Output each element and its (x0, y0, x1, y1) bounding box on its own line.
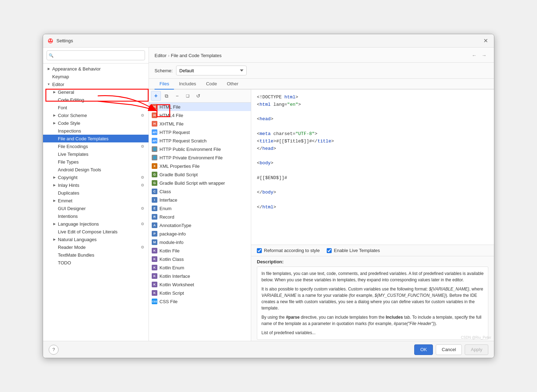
code-part: > (273, 139, 276, 144)
sidebar-item-live-edit[interactable]: Live Edit of Compose Literals (43, 228, 149, 235)
tab-other[interactable]: Other (222, 79, 243, 90)
file-item-kotlin-enum[interactable]: KKotlin Enum (149, 263, 251, 272)
file-name-kotlin-interface: Kotlin Interface (159, 274, 190, 279)
code-part: > (295, 94, 298, 100)
help-button[interactable]: ? (49, 345, 59, 355)
sidebar-item-color-scheme[interactable]: ▶Color Scheme⚙ (43, 111, 149, 119)
live-templates-checkbox[interactable] (327, 248, 332, 253)
app-icon (47, 38, 54, 44)
code-part: < (257, 139, 260, 144)
sidebar-label-gui-designer: GUI Designer (58, 206, 86, 211)
sidebar-item-emmet[interactable]: ▶Emmet (43, 197, 149, 204)
sidebar-item-live-templates[interactable]: Live Templates (43, 150, 149, 158)
file-item-http-public[interactable]: 🌐HTTP Public Environment File (149, 145, 251, 153)
sidebar-item-inspections[interactable]: Inspections (43, 127, 149, 135)
sidebar-item-intentions[interactable]: Intentions (43, 212, 149, 220)
gear-icon-gui-designer: ⚙ (141, 206, 146, 211)
sidebar-label-copyright: Copyright (58, 175, 78, 180)
file-item-html-file[interactable]: HHTML File (149, 103, 251, 111)
copy-template-button[interactable]: ⧉ (162, 91, 171, 101)
reset-template-button[interactable]: ↺ (193, 91, 203, 101)
reformat-option[interactable]: Reformat according to style (257, 248, 320, 253)
file-item-gradle-build[interactable]: GGradle Build Script (149, 170, 251, 179)
sidebar-item-todo[interactable]: TODO (43, 259, 149, 267)
sidebar-item-code-editing[interactable]: Code Editing (43, 96, 149, 104)
file-item-module-info[interactable]: Mmodule-info (149, 238, 251, 246)
code-blank (257, 123, 488, 130)
sidebar-item-font[interactable]: Font (43, 104, 149, 111)
code-line-7: #[[$END$]]# (257, 174, 488, 182)
file-item-enum[interactable]: EEnum (149, 204, 251, 213)
sidebar-item-language-injections[interactable]: ▶Language Injections⚙ (43, 220, 149, 228)
parse-example: #parse("File Header") (394, 321, 434, 326)
file-item-class[interactable]: CClass (149, 187, 251, 196)
sidebar-item-editor[interactable]: ▼Editor (43, 80, 149, 88)
sidebar-item-gui-designer[interactable]: GUI Designer⚙ (43, 204, 149, 212)
cancel-button[interactable]: Cancel (436, 344, 462, 355)
tab-includes[interactable]: Includes (174, 79, 201, 90)
file-item-http-private[interactable]: 🌐HTTP Private Environment File (149, 153, 251, 162)
file-item-record[interactable]: RRecord (149, 213, 251, 221)
forward-button[interactable]: → (480, 51, 488, 60)
sidebar-label-live-edit: Live Edit of Compose Literals (58, 229, 117, 234)
file-name-xhtml-file: XHTML File (159, 121, 183, 127)
ok-button[interactable]: OK (414, 344, 433, 355)
file-item-kotlin-interface[interactable]: KKotlin Interface (149, 272, 251, 280)
back-button[interactable]: ← (470, 51, 478, 60)
file-item-http-request[interactable]: APIHTTP Request (149, 128, 251, 136)
file-item-gradle-wrapper[interactable]: GGradle Build Script with wrapper (149, 179, 251, 187)
remove-template-button[interactable]: − (172, 91, 182, 101)
sidebar-item-file-and-code-templates[interactable]: File and Code Templates (43, 135, 149, 142)
sidebar-item-textmate[interactable]: TextMate Bundles (43, 251, 149, 259)
description-box: In file templates, you can use text, cod… (257, 267, 488, 340)
duplicate-template-button[interactable]: ❑ (183, 91, 193, 101)
file-item-html4-file[interactable]: HHTML4 File (149, 111, 251, 120)
reformat-checkbox[interactable] (257, 248, 262, 253)
file-item-annotation-type[interactable]: AAnnotationType (149, 221, 251, 229)
sidebar-label-file-and-code-templates: File and Code Templates (58, 136, 109, 141)
file-item-kotlin-file[interactable]: KKotlin File (149, 246, 251, 255)
sidebar-item-file-encodings[interactable]: File Encodings⚙ (43, 142, 149, 150)
tab-code[interactable]: Code (201, 79, 222, 90)
sidebar-item-general[interactable]: ▶General (43, 88, 149, 96)
scheme-select[interactable]: Default Project (176, 66, 247, 75)
code-part: html (263, 204, 273, 210)
file-icon-interface: I (152, 197, 157, 203)
sidebar-item-reader-mode[interactable]: Reader Mode⚙ (43, 243, 149, 251)
sidebar-item-keymap[interactable]: Keymap (43, 73, 149, 80)
file-item-xml-props[interactable]: XXML Properties File (149, 162, 251, 170)
sidebar-item-code-style[interactable]: ▶Code Style (43, 119, 149, 127)
sidebar-item-natural-languages[interactable]: ▶Natural Languages (43, 235, 149, 243)
search-input[interactable] (47, 50, 145, 60)
gear-icon-color-scheme: ⚙ (141, 113, 146, 118)
tree-arrow-editor: ▼ (46, 81, 52, 87)
gear-icon-language-injections: ⚙ (141, 221, 146, 226)
file-item-package-info[interactable]: Ppackage-info (149, 229, 251, 238)
tab-files[interactable]: Files (155, 79, 174, 90)
live-templates-option[interactable]: Enable Live Templates (327, 248, 380, 253)
sidebar-item-inlay-hints[interactable]: ▶Inlay Hints⚙ (43, 181, 149, 189)
file-item-kotlin-worksheet[interactable]: KKotlin Worksheet (149, 280, 251, 289)
sidebar-item-file-types[interactable]: File Types (43, 158, 149, 166)
file-item-interface[interactable]: IInterface (149, 196, 251, 204)
file-item-kotlin-script[interactable]: KKotlin Script (149, 289, 251, 297)
sidebar-label-natural-languages: Natural Languages (58, 237, 97, 242)
file-item-css-file[interactable]: CSSCSS File (149, 297, 251, 306)
file-item-http-scratch[interactable]: APIHTTP Request Scratch (149, 136, 251, 145)
sidebar-item-duplicates[interactable]: Duplicates (43, 189, 149, 197)
tree-arrow-general: ▶ (52, 89, 57, 95)
tree-arrow-live-edit (52, 229, 57, 234)
sidebar-item-copyright[interactable]: ▶Copyright⚙ (43, 173, 149, 181)
close-button[interactable]: ✕ (481, 37, 490, 45)
file-list-scroll[interactable]: HHTML FileHHTML4 FileHXHTML FileAPIHTTP … (149, 103, 251, 341)
file-name-http-public: HTTP Public Environment File (159, 147, 221, 152)
code-part: > (298, 102, 301, 107)
file-item-xhtml-file[interactable]: HXHTML File (149, 120, 251, 128)
file-item-kotlin-class[interactable]: KKotlin Class (149, 255, 251, 263)
code-editor[interactable]: <!DOCTYPE html><html lang="en"> <head> <… (251, 90, 494, 245)
code-part: body (263, 190, 273, 195)
sidebar-item-android-design[interactable]: Android Design Tools (43, 166, 149, 173)
file-name-http-private: HTTP Private Environment File (159, 155, 223, 160)
sidebar-item-appearance[interactable]: ▶Appearance & Behavior (43, 65, 149, 73)
add-template-button[interactable]: + (151, 91, 161, 101)
